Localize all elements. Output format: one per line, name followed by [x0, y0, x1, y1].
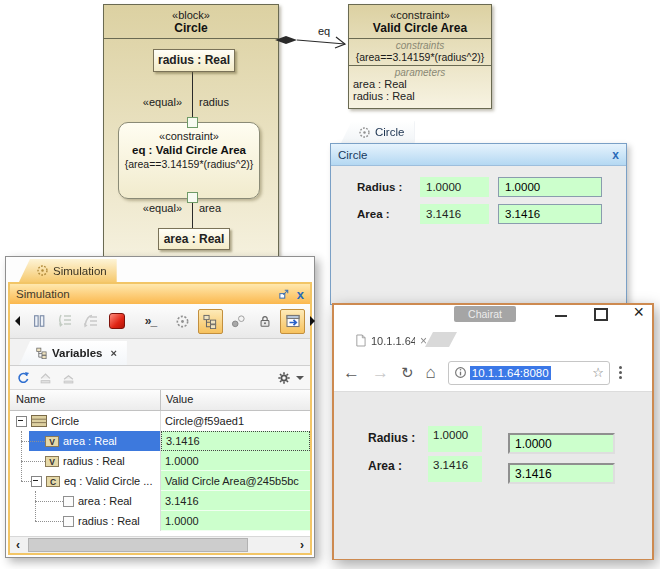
collapse-expander-icon[interactable] — [16, 416, 27, 427]
row-value[interactable]: Valid Circle Area@245b5bc — [161, 471, 310, 491]
close-tab-icon[interactable]: × — [111, 347, 117, 359]
row-value[interactable]: Circle@f59aed1 — [161, 411, 310, 431]
simulation-titlebar[interactable]: Simulation x — [10, 284, 310, 304]
tab-simulation[interactable]: Simulation — [19, 259, 117, 282]
block-name: Circle — [104, 21, 278, 35]
simulation-config-icon — [358, 126, 371, 139]
step-over-button[interactable] — [80, 311, 101, 332]
refresh-icon[interactable] — [16, 371, 30, 385]
parameter-port-bottom[interactable] — [187, 192, 198, 203]
auto-open-toggle[interactable] — [280, 309, 305, 334]
pause-button[interactable] — [28, 311, 49, 332]
info-icon[interactable] — [454, 366, 467, 379]
breakpoints-icon — [231, 314, 246, 329]
back-icon[interactable]: ← — [343, 363, 360, 383]
row-value[interactable]: 1.0000 — [161, 511, 310, 531]
table-row[interactable]: V radius : Real 1.0000 — [10, 451, 310, 471]
step-into-button[interactable] — [54, 311, 75, 332]
maximize-icon[interactable] — [594, 308, 608, 321]
constraints-section-label: constraints — [349, 40, 491, 51]
radius-input[interactable] — [508, 433, 615, 454]
console-button[interactable]: »_ — [140, 311, 161, 332]
simulation-frame: Simulation x — [8, 282, 312, 555]
table-row[interactable]: C eq : Valid Circle ... Valid Circle Are… — [10, 471, 310, 491]
chrome-titlebar[interactable]: Chairat × — [334, 305, 652, 325]
close-icon[interactable]: x — [297, 287, 304, 302]
row-value[interactable]: 1.0000 — [161, 451, 310, 471]
constraint-block-name: Valid Circle Area — [349, 21, 491, 35]
options-button[interactable] — [277, 371, 304, 385]
scroll-right-icon[interactable]: › — [294, 538, 310, 552]
svg-text:V: V — [49, 456, 55, 466]
minimize-icon[interactable] — [555, 315, 567, 317]
animation-button[interactable] — [172, 311, 193, 332]
restore-window-icon[interactable] — [278, 288, 290, 300]
overflow-left-icon[interactable] — [14, 311, 23, 332]
row-label: radius : Real — [78, 515, 140, 527]
table-row[interactable]: Circle Circle@f59aed1 — [10, 411, 310, 431]
scroll-left-icon[interactable]: ‹ — [10, 538, 26, 552]
parameter-area: area : Real — [349, 78, 491, 90]
close-window-icon[interactable]: × — [633, 302, 644, 323]
lock-button[interactable] — [254, 311, 275, 332]
stop-button[interactable] — [106, 311, 127, 332]
column-name[interactable]: Name — [10, 390, 161, 410]
row-value[interactable]: 3.1416 — [161, 491, 310, 511]
simulation-panel: Simulation Simulation x — [5, 256, 315, 558]
tab-title: 10.1.1.64 — [371, 335, 415, 347]
browser-tab[interactable]: 10.1.1.64 × — [339, 327, 435, 354]
constraint-name: eq : Valid Circle Area — [119, 142, 259, 156]
radius-input[interactable] — [498, 177, 602, 197]
forward-icon[interactable]: → — [372, 363, 389, 383]
tab-variables[interactable]: Variables × — [19, 341, 127, 365]
animation-icon — [175, 314, 190, 329]
valid-circle-area-block[interactable]: «constraint» Valid Circle Area constrain… — [348, 4, 492, 109]
stop-icon — [109, 313, 125, 329]
area-property-box[interactable]: area : Real — [158, 228, 230, 250]
menu-icon[interactable] — [619, 366, 622, 379]
close-icon[interactable]: x — [612, 148, 619, 162]
breakpoints-button[interactable] — [228, 311, 249, 332]
radius-property-box[interactable]: radius : Real — [153, 49, 235, 72]
parameter-port-top[interactable] — [187, 117, 198, 128]
new-tab-button[interactable] — [425, 332, 457, 347]
simulation-config-icon — [36, 264, 49, 277]
home-icon[interactable]: ⌂ — [426, 363, 436, 383]
step-over-icon — [83, 313, 99, 329]
block-icon — [31, 415, 47, 427]
table-row-selected[interactable]: V area : Real 3.1416 — [10, 431, 310, 451]
containment-tree-toggle[interactable] — [198, 309, 223, 334]
console-icon: »_ — [145, 314, 156, 328]
address-bar[interactable]: 10.1.1.64:8080 ☆ — [448, 361, 610, 385]
circle-panel-titlebar[interactable]: Circle x — [331, 144, 626, 166]
variables-toolbar — [10, 366, 310, 390]
row-label: area : Real — [63, 435, 117, 447]
variables-table-header[interactable]: Name Value — [10, 390, 310, 411]
collapse-expander-icon[interactable] — [31, 476, 42, 487]
constraint-property-box[interactable]: «constraint» eq : Valid Circle Area {are… — [118, 122, 260, 199]
parameter-icon — [63, 496, 74, 507]
area-input[interactable] — [508, 463, 615, 484]
bookmark-star-icon[interactable]: ☆ — [592, 365, 604, 380]
radius-label: Radius : — [368, 431, 415, 445]
composition-connector[interactable] — [274, 24, 352, 52]
simulation-toolbar: »_ — [10, 304, 310, 339]
row-value[interactable]: 3.1416 — [161, 431, 310, 451]
url-text[interactable]: 10.1.1.64:8080 — [470, 366, 551, 380]
export-instance-icon[interactable] — [61, 371, 76, 385]
overflow-right-icon[interactable] — [310, 311, 319, 332]
area-input[interactable] — [498, 204, 602, 224]
area-value: 3.1416 — [420, 204, 489, 224]
column-value[interactable]: Value — [161, 390, 310, 410]
profile-badge[interactable]: Chairat — [454, 306, 516, 322]
export-value-icon[interactable] — [38, 371, 53, 385]
parameters-section-label: parameters — [349, 67, 491, 78]
circle-block[interactable]: «block» Circle radius : Real «equal» rad… — [103, 4, 279, 278]
tree-guide — [21, 441, 45, 442]
tab-circle[interactable]: Circle — [341, 121, 414, 143]
horizontal-scrollbar[interactable]: ‹ › — [10, 536, 310, 553]
constraint-block-header: «constraint» Valid Circle Area — [349, 5, 491, 39]
chevron-down-icon — [296, 376, 304, 384]
scrollbar-thumb[interactable] — [28, 538, 248, 552]
reload-icon[interactable]: ↻ — [401, 364, 414, 382]
